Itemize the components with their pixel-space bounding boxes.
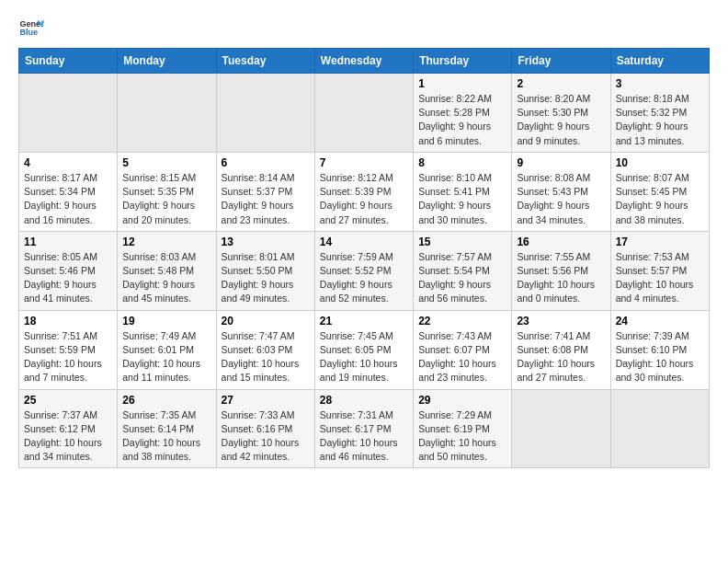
logo-icon: General Blue (18, 15, 44, 40)
day-info: Sunrise: 8:20 AMSunset: 5:30 PMDaylight:… (517, 92, 605, 148)
day-number: 11 (24, 236, 112, 248)
day-number: 4 (24, 156, 112, 169)
calendar-cell: 2Sunrise: 8:20 AMSunset: 5:30 PMDaylight… (512, 74, 610, 153)
calendar-cell: 18Sunrise: 7:51 AMSunset: 5:59 PMDayligh… (19, 310, 118, 389)
day-number: 20 (222, 315, 310, 327)
day-info: Sunrise: 8:12 AMSunset: 5:39 PMDaylight:… (320, 171, 408, 227)
calendar-cell (118, 74, 216, 153)
calendar-cell: 26Sunrise: 7:35 AMSunset: 6:14 PMDayligh… (118, 389, 216, 468)
day-info: Sunrise: 8:07 AMSunset: 5:45 PMDaylight:… (616, 171, 704, 227)
day-info: Sunrise: 7:49 AMSunset: 6:01 PMDaylight:… (122, 329, 210, 385)
header-cell-friday: Friday (512, 49, 610, 74)
header-cell-sunday: Sunday (19, 49, 118, 74)
day-info: Sunrise: 7:57 AMSunset: 5:54 PMDaylight:… (418, 250, 506, 306)
day-info: Sunrise: 8:01 AMSunset: 5:50 PMDaylight:… (222, 250, 310, 306)
day-number: 26 (122, 394, 210, 407)
day-info: Sunrise: 8:17 AMSunset: 5:34 PMDaylight:… (24, 171, 112, 227)
day-number: 17 (616, 236, 704, 248)
day-info: Sunrise: 7:47 AMSunset: 6:03 PMDaylight:… (222, 329, 310, 385)
calendar-cell: 15Sunrise: 7:57 AMSunset: 5:54 PMDayligh… (414, 231, 512, 310)
day-info: Sunrise: 7:43 AMSunset: 6:07 PMDaylight:… (418, 329, 506, 385)
calendar-cell: 21Sunrise: 7:45 AMSunset: 6:05 PMDayligh… (314, 310, 413, 389)
header: General Blue (18, 15, 710, 40)
calendar-cell (610, 389, 709, 468)
day-info: Sunrise: 7:51 AMSunset: 5:59 PMDaylight:… (24, 329, 112, 385)
day-info: Sunrise: 7:55 AMSunset: 5:56 PMDaylight:… (517, 250, 605, 306)
day-info: Sunrise: 8:08 AMSunset: 5:43 PMDaylight:… (517, 171, 605, 227)
day-info: Sunrise: 8:10 AMSunset: 5:41 PMDaylight:… (418, 171, 506, 227)
day-number: 1 (418, 77, 506, 90)
day-number: 18 (24, 315, 112, 327)
calendar-cell (216, 74, 314, 153)
day-number: 9 (517, 156, 605, 169)
day-number: 10 (616, 156, 704, 169)
header-cell-tuesday: Tuesday (216, 49, 314, 74)
week-row-2: 4Sunrise: 8:17 AMSunset: 5:34 PMDaylight… (19, 152, 710, 231)
calendar-cell: 1Sunrise: 8:22 AMSunset: 5:28 PMDaylight… (414, 74, 512, 153)
calendar-cell: 24Sunrise: 7:39 AMSunset: 6:10 PMDayligh… (610, 310, 709, 389)
day-number: 14 (320, 236, 408, 248)
calendar-cell (19, 74, 118, 153)
calendar-cell: 22Sunrise: 7:43 AMSunset: 6:07 PMDayligh… (414, 310, 512, 389)
week-row-5: 25Sunrise: 7:37 AMSunset: 6:12 PMDayligh… (19, 389, 710, 468)
calendar-table: SundayMondayTuesdayWednesdayThursdayFrid… (18, 48, 710, 468)
day-number: 13 (222, 236, 310, 248)
day-number: 5 (122, 156, 210, 169)
header-row: SundayMondayTuesdayWednesdayThursdayFrid… (19, 49, 710, 74)
calendar-cell: 4Sunrise: 8:17 AMSunset: 5:34 PMDaylight… (19, 152, 118, 231)
day-number: 12 (122, 236, 210, 248)
day-number: 16 (517, 236, 605, 248)
calendar-cell: 11Sunrise: 8:05 AMSunset: 5:46 PMDayligh… (19, 231, 118, 310)
day-number: 24 (616, 315, 704, 327)
day-number: 22 (418, 315, 506, 327)
day-number: 15 (418, 236, 506, 248)
calendar-cell: 23Sunrise: 7:41 AMSunset: 6:08 PMDayligh… (512, 310, 610, 389)
day-number: 25 (24, 394, 112, 407)
calendar-cell: 25Sunrise: 7:37 AMSunset: 6:12 PMDayligh… (19, 389, 118, 468)
calendar-cell: 13Sunrise: 8:01 AMSunset: 5:50 PMDayligh… (216, 231, 314, 310)
day-info: Sunrise: 8:14 AMSunset: 5:37 PMDaylight:… (222, 171, 310, 227)
calendar-cell (314, 74, 413, 153)
day-number: 19 (122, 315, 210, 327)
day-number: 21 (320, 315, 408, 327)
day-info: Sunrise: 8:22 AMSunset: 5:28 PMDaylight:… (418, 92, 506, 148)
day-info: Sunrise: 7:37 AMSunset: 6:12 PMDaylight:… (24, 408, 112, 465)
day-info: Sunrise: 7:29 AMSunset: 6:19 PMDaylight:… (418, 408, 506, 465)
logo: General Blue (18, 15, 48, 40)
calendar-cell: 7Sunrise: 8:12 AMSunset: 5:39 PMDaylight… (314, 152, 413, 231)
calendar-cell: 10Sunrise: 8:07 AMSunset: 5:45 PMDayligh… (610, 152, 709, 231)
week-row-4: 18Sunrise: 7:51 AMSunset: 5:59 PMDayligh… (19, 310, 710, 389)
week-row-1: 1Sunrise: 8:22 AMSunset: 5:28 PMDaylight… (19, 74, 710, 153)
day-info: Sunrise: 7:59 AMSunset: 5:52 PMDaylight:… (320, 250, 408, 306)
day-info: Sunrise: 8:18 AMSunset: 5:32 PMDaylight:… (616, 92, 704, 148)
calendar-cell: 3Sunrise: 8:18 AMSunset: 5:32 PMDaylight… (610, 74, 709, 153)
day-info: Sunrise: 8:05 AMSunset: 5:46 PMDaylight:… (24, 250, 112, 306)
day-info: Sunrise: 8:03 AMSunset: 5:48 PMDaylight:… (122, 250, 210, 306)
calendar-cell: 6Sunrise: 8:14 AMSunset: 5:37 PMDaylight… (216, 152, 314, 231)
calendar-cell: 29Sunrise: 7:29 AMSunset: 6:19 PMDayligh… (414, 389, 512, 468)
calendar-cell: 27Sunrise: 7:33 AMSunset: 6:16 PMDayligh… (216, 389, 314, 468)
day-number: 29 (418, 394, 506, 407)
day-info: Sunrise: 7:45 AMSunset: 6:05 PMDaylight:… (320, 329, 408, 385)
calendar-cell: 12Sunrise: 8:03 AMSunset: 5:48 PMDayligh… (118, 231, 216, 310)
calendar-cell: 20Sunrise: 7:47 AMSunset: 6:03 PMDayligh… (216, 310, 314, 389)
header-cell-monday: Monday (118, 49, 216, 74)
day-info: Sunrise: 8:15 AMSunset: 5:35 PMDaylight:… (122, 171, 210, 227)
day-info: Sunrise: 7:41 AMSunset: 6:08 PMDaylight:… (517, 329, 605, 385)
header-cell-saturday: Saturday (610, 49, 709, 74)
day-info: Sunrise: 7:39 AMSunset: 6:10 PMDaylight:… (616, 329, 704, 385)
day-info: Sunrise: 7:53 AMSunset: 5:57 PMDaylight:… (616, 250, 704, 306)
day-number: 28 (320, 394, 408, 407)
day-number: 6 (222, 156, 310, 169)
day-number: 23 (517, 315, 605, 327)
calendar-cell: 5Sunrise: 8:15 AMSunset: 5:35 PMDaylight… (118, 152, 216, 231)
header-cell-thursday: Thursday (414, 49, 512, 74)
calendar-cell: 19Sunrise: 7:49 AMSunset: 6:01 PMDayligh… (118, 310, 216, 389)
day-info: Sunrise: 7:33 AMSunset: 6:16 PMDaylight:… (222, 408, 310, 465)
calendar-cell (512, 389, 610, 468)
day-number: 27 (222, 394, 310, 407)
calendar-cell: 16Sunrise: 7:55 AMSunset: 5:56 PMDayligh… (512, 231, 610, 310)
calendar-cell: 14Sunrise: 7:59 AMSunset: 5:52 PMDayligh… (314, 231, 413, 310)
calendar-cell: 28Sunrise: 7:31 AMSunset: 6:17 PMDayligh… (314, 389, 413, 468)
day-number: 7 (320, 156, 408, 169)
